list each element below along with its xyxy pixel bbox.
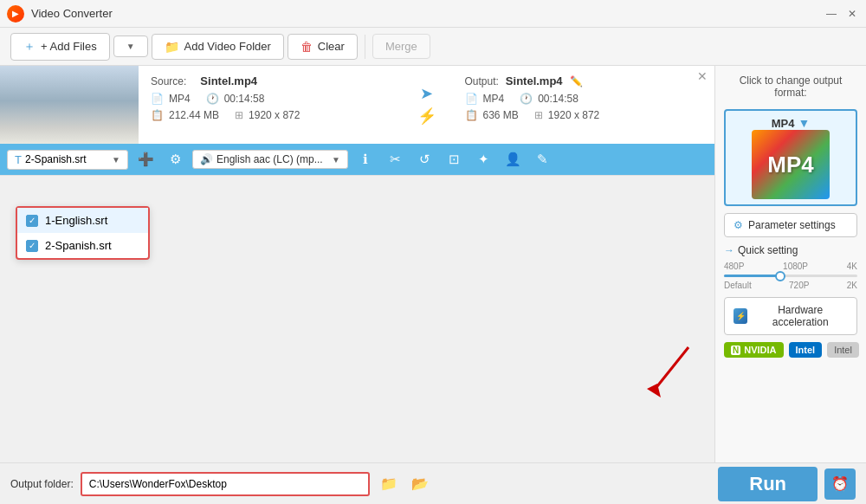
effects-button[interactable]: ✦ — [471, 147, 495, 171]
output-format: MP4 — [483, 93, 505, 105]
crop-button[interactable]: ⊡ — [442, 147, 466, 171]
rotate-button[interactable]: ↺ — [412, 147, 436, 171]
source-filename: Sintel.mp4 — [200, 74, 257, 87]
gpu-badges-row: N NVIDIA Intel Intel — [724, 342, 857, 358]
app-title: Video Converter — [31, 7, 824, 20]
intel-badge-2: Intel — [827, 342, 859, 358]
title-bar: ▶ Video Converter — ✕ — [0, 0, 866, 28]
intel-badge-1: Intel — [789, 342, 823, 358]
arrow-right-icon: ➤ — [420, 84, 433, 103]
subtitle-option-spanish[interactable]: ✓ 2-Spanish.srt — [17, 233, 148, 258]
output-format-icon: 📄 — [465, 93, 478, 105]
subtitle-bar: T 2-Spanish.srt ▼ ➕ ⚙ 🔊 English aac (LC)… — [0, 144, 714, 175]
open-output-button[interactable]: 📂 — [408, 472, 432, 496]
output-size-icon: 📋 — [465, 109, 478, 121]
output-info: Output: Sintel.mp4 ✏️ 📄 MP4 🕐 00:14:58 📋… — [453, 66, 715, 144]
clock-icon: 🕐 — [206, 93, 219, 105]
close-item-button[interactable]: ✕ — [697, 69, 708, 83]
format-button[interactable]: MP4 ▼ MP4 — [724, 109, 857, 206]
parameter-settings-button[interactable]: ⚙ Parameter settings — [724, 213, 857, 237]
toolbar: ＋ + Add Files ▼ 📁 Add Video Folder 🗑 Cle… — [0, 28, 866, 66]
source-resolution: 1920 x 872 — [249, 109, 300, 121]
bottom-bar: Output folder: 📁 📂 Run ⏰ — [0, 462, 866, 504]
format-preview-image: MP4 — [752, 130, 830, 199]
output-duration: 00:14:58 — [538, 93, 578, 105]
content-area: Source: Sintel.mp4 📄 MP4 🕐 00:14:58 📋 21… — [0, 66, 714, 462]
video-item: Source: Sintel.mp4 📄 MP4 🕐 00:14:58 📋 21… — [0, 66, 714, 176]
format-name: MP4 ▼ — [726, 116, 856, 130]
output-label: Output: — [465, 75, 499, 87]
video-thumbnail — [0, 66, 139, 144]
lightning-icon: ⚡ — [417, 107, 436, 126]
source-size: 212.44 MB — [169, 109, 219, 121]
format-icon: 📄 — [151, 93, 164, 105]
format-chevron-icon: ▼ — [798, 116, 810, 130]
minimize-button[interactable]: — — [824, 7, 838, 21]
subtitle-dropdown-panel: ✓ 1-English.srt ✓ 2-Spanish.srt — [16, 206, 150, 260]
subtitle-option-english[interactable]: ✓ 1-English.srt — [17, 208, 148, 233]
source-label: Source: — [151, 75, 186, 87]
subtitle-chevron-icon: ▼ — [112, 155, 120, 165]
settings-icon: ⚙ — [734, 219, 743, 231]
alarm-button[interactable]: ⏰ — [824, 468, 856, 500]
checkbox-english: ✓ — [26, 215, 38, 227]
subtitle-selected: 2-Spanish.srt — [25, 153, 108, 165]
slider-bottom-labels: Default 720P 2K — [724, 281, 857, 290]
subtitle-btn2[interactable]: ✎ — [530, 147, 554, 171]
plus-icon: ＋ — [23, 39, 36, 55]
resolution-icon: ⊞ — [235, 109, 243, 121]
audio-selected: English aac (LC) (mp... — [216, 153, 328, 165]
output-path-input[interactable] — [81, 472, 370, 496]
source-duration: 00:14:58 — [224, 93, 265, 105]
quick-icon: → — [724, 244, 734, 256]
chevron-down-icon: ▼ — [126, 42, 135, 51]
subtitle-dropdown[interactable]: T 2-Spanish.srt ▼ — [7, 150, 128, 170]
subtitle-english-label: 1-English.srt — [45, 214, 107, 227]
close-button[interactable]: ✕ — [845, 7, 859, 21]
hw-icon: ⚡ — [734, 308, 747, 324]
panel-title: Click to change output format: — [724, 74, 857, 99]
hardware-acceleration-button[interactable]: ⚡ Hardware acceleration — [724, 297, 857, 335]
app-icon: ▶ — [7, 5, 24, 23]
subtitle-edit-button[interactable]: ⚙ — [163, 147, 187, 171]
quality-slider-track[interactable] — [724, 275, 857, 277]
output-res-icon: ⊞ — [534, 109, 543, 121]
checkbox-spanish: ✓ — [26, 240, 38, 252]
subtitle-icon: T — [15, 153, 22, 166]
cut-button[interactable]: ✂ — [383, 147, 407, 171]
add-folder-dropdown[interactable]: ▼ — [113, 36, 148, 57]
edit-icon[interactable]: ✏️ — [570, 75, 583, 87]
output-size: 636 MB — [483, 109, 519, 121]
add-files-button[interactable]: ＋ + Add Files — [10, 33, 110, 61]
merge-button[interactable]: Merge — [372, 34, 430, 59]
audio-dropdown[interactable]: 🔊 English aac (LC) (mp... ▼ — [192, 150, 348, 169]
file-size-icon: 📋 — [151, 109, 164, 121]
output-resolution: 1920 x 872 — [548, 109, 599, 121]
add-subtitle-button[interactable]: ➕ — [133, 147, 158, 171]
add-video-folder-button[interactable]: 📁 Add Video Folder — [152, 34, 284, 60]
nvidia-badge: N NVIDIA — [724, 342, 784, 358]
output-clock-icon: 🕐 — [520, 93, 533, 105]
info-button[interactable]: ℹ — [353, 147, 378, 171]
quick-setting-section: → Quick setting 480P 1080P 4K Default 72… — [724, 244, 857, 290]
speaker-icon: 🔊 — [200, 153, 213, 165]
nvidia-logo: N — [731, 346, 740, 355]
output-filename: Sintel.mp4 — [506, 74, 563, 87]
audio-chevron-icon: ▼ — [332, 155, 340, 165]
slider-top-labels: 480P 1080P 4K — [724, 262, 857, 271]
convert-arrow-area: ➤ ⚡ — [401, 66, 453, 144]
toolbar-divider — [365, 35, 365, 59]
run-button[interactable]: Run — [718, 467, 818, 501]
source-format: MP4 — [169, 93, 191, 105]
source-info: Source: Sintel.mp4 📄 MP4 🕐 00:14:58 📋 21… — [139, 66, 401, 144]
clear-button[interactable]: 🗑 Clear — [288, 34, 358, 60]
watermark-button[interactable]: 👤 — [501, 147, 525, 171]
folder-icon: 📁 — [165, 40, 179, 54]
alarm-icon: ⏰ — [831, 475, 849, 492]
subtitle-spanish-label: 2-Spanish.srt — [45, 239, 112, 252]
quick-setting-label: → Quick setting — [724, 244, 857, 256]
slider-thumb[interactable] — [775, 271, 785, 281]
browse-folder-button[interactable]: 📁 — [377, 472, 401, 496]
trash-icon: 🗑 — [301, 40, 313, 54]
slider-fill — [724, 275, 778, 277]
